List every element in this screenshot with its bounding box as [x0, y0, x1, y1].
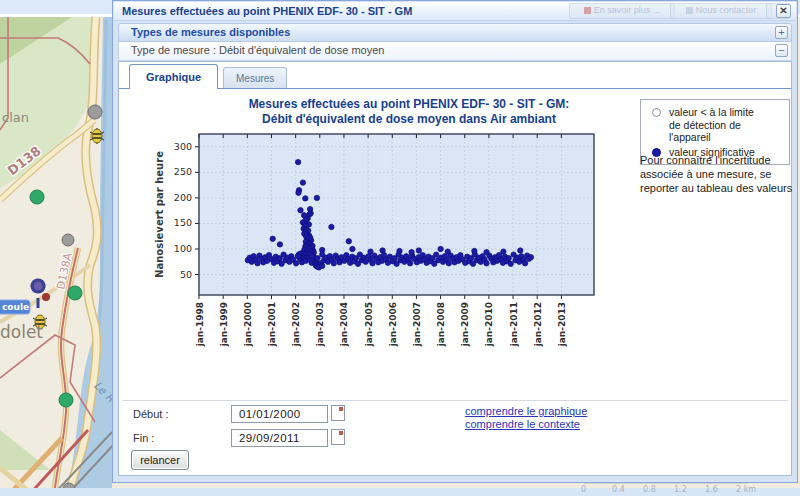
svg-text:jan-2000: jan-2000 [243, 302, 253, 347]
svg-text:1.6: 1.6 [705, 485, 718, 494]
svg-text:300: 300 [174, 141, 192, 152]
graph-tab-body: Mesures effectuées au point PHENIX EDF- … [119, 88, 791, 475]
svg-text:0.8: 0.8 [643, 485, 656, 494]
measure-type-label: Type de mesure : Débit d'équivalent de d… [131, 42, 384, 59]
types-section-header[interactable]: Types de mesures disponibles + [118, 23, 792, 42]
svg-text:jan-2010: jan-2010 [484, 302, 494, 347]
scatter-chart: jan-1998jan-1999jan-2000jan-2001jan-2002… [119, 89, 719, 369]
legend-open-circle-icon [652, 108, 661, 117]
expand-plus-icon[interactable]: + [775, 26, 788, 39]
gray-marker[interactable] [62, 234, 74, 246]
envelope-icon [686, 7, 693, 14]
svg-text:2 km: 2 km [736, 485, 756, 494]
gray-marker[interactable] [88, 105, 102, 119]
map-label-chusclan: clan [2, 110, 29, 125]
collapse-minus-icon[interactable]: − [775, 44, 788, 57]
debut-label: Début : [133, 408, 168, 420]
green-marker[interactable] [59, 393, 73, 407]
fin-date-input[interactable] [231, 429, 328, 447]
green-marker[interactable] [68, 286, 82, 300]
calendar-icon[interactable] [331, 429, 345, 445]
map-tooltip[interactable]: coule [0, 300, 30, 314]
map-label-codolet: dolet [0, 322, 43, 342]
svg-text:jan-2004: jan-2004 [339, 302, 349, 347]
svg-text:jan-2002: jan-2002 [291, 302, 301, 347]
types-section-title: Types de mesures disponibles [131, 24, 290, 41]
svg-text:50: 50 [180, 269, 192, 280]
relancer-button[interactable]: relancer [131, 450, 189, 470]
uncertainty-note: Pour connaître l'incertitude associée à … [640, 153, 800, 195]
svg-text:jan-2005: jan-2005 [364, 302, 374, 347]
tab-mesures[interactable]: Mesures [223, 67, 287, 89]
link-comprendre-contexte[interactable]: comprendre le contexte [465, 418, 685, 431]
svg-text:jan-2007: jan-2007 [412, 302, 422, 347]
svg-text:jan-1999: jan-1999 [219, 302, 229, 347]
form-divider [122, 400, 788, 401]
red-marker [42, 293, 50, 301]
svg-text:jan-2006: jan-2006 [388, 302, 398, 347]
svg-text:jan-2012: jan-2012 [533, 302, 543, 347]
svg-text:jan-1998: jan-1998 [195, 302, 205, 347]
nous-contacter-button[interactable]: Nous contacter [670, 3, 772, 19]
svg-text:0: 0 [581, 485, 586, 494]
content-panel: Graphique Mesures Mesures effectuées au … [118, 61, 792, 476]
svg-text:jan-2008: jan-2008 [436, 302, 446, 347]
svg-text:150: 150 [174, 217, 192, 228]
en-savoir-plus-button[interactable]: En savoir plus ... [569, 3, 675, 19]
dialog-title: Mesures effectuées au point PHENIX EDF- … [122, 2, 412, 20]
tab-graphique[interactable]: Graphique [129, 64, 218, 89]
svg-text:jan-2003: jan-2003 [315, 302, 325, 347]
link-comprendre-graphique[interactable]: comprendre le graphique [465, 405, 685, 418]
measures-dialog: Mesures effectuées au point PHENIX EDF- … [112, 0, 798, 483]
dialog-title-bar: Mesures effectuées au point PHENIX EDF- … [114, 2, 796, 21]
svg-text:jan-2011: jan-2011 [509, 302, 519, 347]
svg-text:jan-2001: jan-2001 [267, 302, 277, 347]
close-icon[interactable]: ✕ [776, 4, 791, 18]
measure-type-row[interactable]: Type de mesure : Débit d'équivalent de d… [118, 42, 792, 61]
fin-label: Fin : [133, 432, 154, 444]
map-tooltip-label: coule [2, 302, 29, 312]
svg-text:1.2: 1.2 [674, 485, 687, 494]
calendar-icon[interactable] [331, 405, 345, 421]
svg-text:0.4: 0.4 [612, 485, 625, 494]
green-marker[interactable] [30, 190, 44, 204]
svg-text:jan-2013: jan-2013 [557, 302, 567, 347]
debut-date-input[interactable] [231, 405, 328, 423]
svg-text:Nanosievert par heure: Nanosievert par heure [154, 151, 165, 278]
svg-text:jan-2009: jan-2009 [460, 302, 470, 347]
svg-text:250: 250 [174, 166, 192, 177]
svg-text:100: 100 [174, 243, 192, 254]
info-icon [584, 7, 591, 14]
svg-text:200: 200 [174, 192, 192, 203]
